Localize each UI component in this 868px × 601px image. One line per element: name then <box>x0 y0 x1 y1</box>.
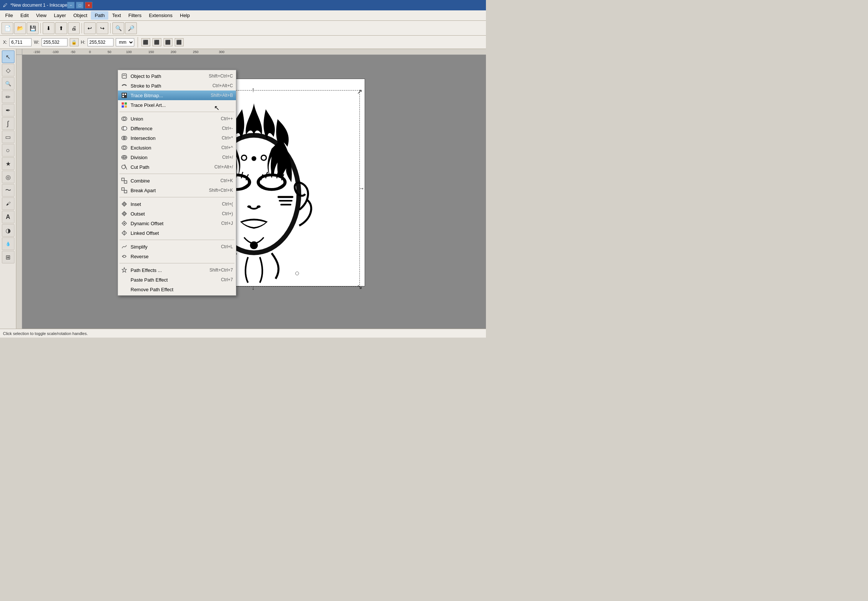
lock-ratio-button[interactable]: 🔒 <box>70 38 79 46</box>
menu-path[interactable]: Path <box>91 11 108 20</box>
zoom-in-button[interactable]: 🔍 <box>113 22 124 34</box>
canvas-area[interactable]: -150 -100 -50 0 50 100 150 200 250 300 ↖… <box>16 49 486 329</box>
outset-item[interactable]: Outset Ctrl+) <box>118 209 236 218</box>
svg-marker-49 <box>123 213 125 215</box>
distribute-button[interactable]: ⬛ <box>175 38 184 46</box>
menu-help[interactable]: Help <box>176 11 193 20</box>
exclusion-item[interactable]: Exclusion Ctrl+^ <box>118 143 236 153</box>
ruler-num: -150 <box>34 50 40 54</box>
menu-section-4: Inset Ctrl+( Outset Ctrl+) Dynamic Offse… <box>118 198 236 239</box>
trace-pixel-art-label: Trace Pixel Art... <box>131 102 230 108</box>
new-button[interactable]: 📄 <box>2 22 13 34</box>
x-label: X: <box>3 40 7 45</box>
menu-view[interactable]: View <box>32 11 50 20</box>
menu-edit[interactable]: Edit <box>17 11 32 20</box>
select-tool[interactable]: ↖ <box>2 50 14 63</box>
connector-tool[interactable]: ⊞ <box>2 251 14 263</box>
simplify-item[interactable]: Simplify Ctrl+L <box>118 242 236 252</box>
cut-path-item[interactable]: Cut Path Ctrl+Alt+/ <box>118 162 236 172</box>
node-tool[interactable]: ◇ <box>2 64 14 76</box>
import-button[interactable]: ⬇ <box>43 22 55 34</box>
svg-point-6 <box>247 206 251 208</box>
menu-text[interactable]: Text <box>108 11 125 20</box>
inset-item[interactable]: Inset Ctrl+( <box>118 199 236 209</box>
menu-extensions[interactable]: Extensions <box>145 11 176 20</box>
path-effects-icon <box>121 267 128 273</box>
intersection-item[interactable]: Intersection Ctrl+* <box>118 133 236 143</box>
spiral-tool[interactable]: ◎ <box>2 171 14 183</box>
trace-bitmap-label: Trace Bitmap... <box>131 93 208 98</box>
division-item[interactable]: Division Ctrl+/ <box>118 153 236 162</box>
menu-filters[interactable]: Filters <box>125 11 145 20</box>
maximize-button[interactable]: □ <box>76 2 84 9</box>
linked-offset-item[interactable]: Linked Offset <box>118 228 236 238</box>
print-button[interactable]: 🖨 <box>68 22 80 34</box>
ellipse-tool[interactable]: ○ <box>2 144 14 157</box>
pencil-tool[interactable]: ✏ <box>2 90 14 103</box>
rectangle-tool[interactable]: ▭ <box>2 131 14 143</box>
paint-tool[interactable]: 🖌 <box>2 197 14 210</box>
division-icon <box>121 154 128 161</box>
h-label: H: <box>81 40 85 45</box>
svg-marker-48 <box>122 212 126 216</box>
align-left-button[interactable]: ⬛ <box>141 38 150 46</box>
trace-bitmap-shortcut: Shift+Alt+B <box>211 93 233 98</box>
menu-layer[interactable]: Layer <box>50 11 70 20</box>
zoom-out-button[interactable]: 🔎 <box>125 22 137 34</box>
save-button[interactable]: 💾 <box>27 22 38 34</box>
width-input[interactable] <box>41 38 67 46</box>
calligraphy-tool[interactable]: ∫ <box>2 117 14 130</box>
svg-rect-42 <box>122 178 124 181</box>
redo-button[interactable]: ↪ <box>96 22 108 34</box>
remove-path-effect-item[interactable]: Remove Path Effect <box>118 285 236 294</box>
trace-bitmap-item[interactable]: Trace Bitmap... Shift+Alt+B <box>118 90 236 100</box>
minimize-button[interactable]: − <box>67 2 75 9</box>
inset-icon <box>121 201 128 207</box>
reverse-label: Reverse <box>131 254 230 259</box>
open-button[interactable]: 📂 <box>14 22 26 34</box>
path-effects-item[interactable]: Path Effects ... Shift+Ctrl+7 <box>118 265 236 275</box>
undo-button[interactable]: ↩ <box>84 22 96 34</box>
difference-item[interactable]: Difference Ctrl+- <box>118 124 236 133</box>
reverse-icon <box>121 253 128 260</box>
eyedropper-tool[interactable]: 💧 <box>2 238 14 250</box>
trace-pixel-art-item[interactable]: Trace Pixel Art... <box>118 100 236 110</box>
combine-item[interactable]: Combine Ctrl+K <box>118 176 236 186</box>
paste-path-effect-item[interactable]: Paste Path Effect Ctrl+7 <box>118 275 236 285</box>
object-to-path-shortcut: Shift+Ctrl+C <box>209 73 233 79</box>
outset-shortcut: Ctrl+) <box>222 211 233 216</box>
svg-rect-44 <box>122 188 124 190</box>
ruler-num: 200 <box>171 50 176 54</box>
path-dropdown-menu: Object to Path Shift+Ctrl+C Stroke to Pa… <box>117 70 236 296</box>
menu-file[interactable]: File <box>2 11 17 20</box>
w-label: W: <box>34 40 39 45</box>
align-right-button[interactable]: ⬛ <box>164 38 172 46</box>
x-input[interactable] <box>9 38 32 46</box>
gradient-tool[interactable]: ◑ <box>2 224 14 237</box>
align-center-button[interactable]: ⬛ <box>152 38 161 46</box>
menu-divider-4 <box>119 239 235 240</box>
dynamic-offset-item[interactable]: Dynamic Offset Ctrl+J <box>118 218 236 228</box>
star-tool[interactable]: ★ <box>2 157 14 170</box>
toolbar-sep-2 <box>82 23 82 34</box>
break-apart-item[interactable]: Break Apart Shift+Ctrl+K <box>118 186 236 195</box>
pen-tool[interactable]: ✒ <box>2 104 14 116</box>
svg-rect-11 <box>277 196 294 198</box>
exclusion-label: Exclusion <box>131 145 218 151</box>
object-to-path-label: Object to Path <box>131 73 206 79</box>
export-button[interactable]: ⬆ <box>55 22 67 34</box>
svg-point-18 <box>262 156 266 160</box>
close-button[interactable]: × <box>85 2 92 9</box>
union-item[interactable]: Union Ctrl++ <box>118 114 236 124</box>
object-to-path-item[interactable]: Object to Path Shift+Ctrl+C <box>118 71 236 81</box>
height-input[interactable] <box>88 38 114 46</box>
text-tool[interactable]: A <box>2 211 14 223</box>
freehand-tool[interactable]: 〜 <box>2 184 14 197</box>
stroke-to-path-item[interactable]: Stroke to Path Ctrl+Alt+C <box>118 81 236 90</box>
zoom-tool[interactable]: 🔍 <box>2 77 14 90</box>
svg-point-16 <box>242 156 246 160</box>
simplify-icon <box>121 243 128 250</box>
reverse-item[interactable]: Reverse <box>118 252 236 261</box>
menu-object[interactable]: Object <box>70 11 91 20</box>
unit-select[interactable]: mm px cm in <box>116 38 134 46</box>
